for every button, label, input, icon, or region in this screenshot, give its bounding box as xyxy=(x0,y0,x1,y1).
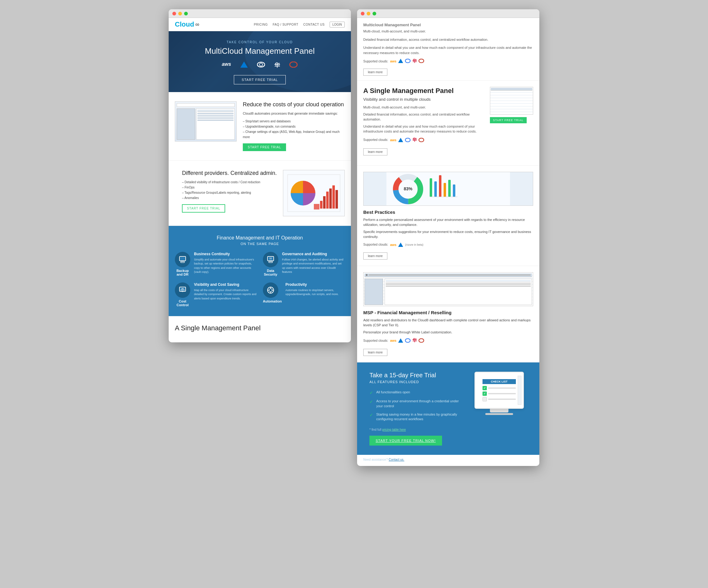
cloud-oracle-badge xyxy=(418,59,424,64)
reduce-screenshot xyxy=(175,101,237,142)
right-supported-clouds: Supported clouds: aws 华 xyxy=(363,58,533,64)
svg-point-28 xyxy=(269,289,272,292)
right-maximize-dot[interactable] xyxy=(373,12,376,16)
trial-note: * find full pricing table here xyxy=(370,428,462,431)
svg-rect-46 xyxy=(434,181,437,197)
governance-heading: Governance and Auditing xyxy=(282,252,345,256)
svg-rect-15 xyxy=(181,261,184,263)
single-panel-desc1: Multi-cloud, multi-account, and multi-us… xyxy=(363,105,484,110)
reduce-costs-section: Reduce the costs of your cloud operation… xyxy=(169,92,351,161)
oracle-logo xyxy=(289,61,298,69)
right-minimize-dot[interactable] xyxy=(367,12,371,16)
msp-oracle xyxy=(418,339,424,343)
monitor-screen: CHECK LIST ✓ ✓ xyxy=(474,372,524,409)
single-panel-clouds: Supported clouds: aws 华 xyxy=(363,137,484,143)
bottom-heading: A Single Management Panel xyxy=(175,324,345,332)
reduce-cta-button[interactable]: START FREE TRIAL xyxy=(243,143,286,151)
providers-bullet-4: Anomalies xyxy=(182,195,277,201)
msp-learn-more-button[interactable]: learn more xyxy=(363,349,387,356)
cost-label: CostControl xyxy=(175,299,190,307)
automation-icon xyxy=(263,283,278,298)
single-panel-screenshot: START FREE TRIAL xyxy=(490,87,533,123)
assistance-text: Need assistance? xyxy=(363,458,389,461)
trial-check-text-1: All functionalities open xyxy=(376,390,410,394)
reduce-heading: Reduce the costs of your cloud operation xyxy=(243,101,345,108)
nav-contact[interactable]: CONTACT US xyxy=(303,23,325,26)
right-top-section: Multicloud Management Panel Multi-cloud,… xyxy=(357,18,539,81)
close-dot[interactable] xyxy=(172,12,176,16)
best-practices-learn-more-button[interactable]: learn more xyxy=(363,253,387,260)
backup-description: Simplify and automate your cloud infrast… xyxy=(194,258,257,274)
hero-cta-button[interactable]: START FREE TRIAL xyxy=(234,75,286,84)
svg-text:83%: 83% xyxy=(404,186,413,191)
trial-check-3: ✓ Starting saving money in a few minutes… xyxy=(370,412,462,422)
msp-desc1: Add resellers and distributors to the Cl… xyxy=(363,318,533,328)
automation-label: Automation xyxy=(263,299,282,303)
msp-heading: MSP - Financial Management / Reselling xyxy=(363,310,533,315)
sp-oracle xyxy=(418,138,424,142)
sp-huawei: 华 xyxy=(412,137,417,143)
finance-section: Finance Management and IT Operation ON T… xyxy=(169,226,351,316)
automation-description: Automate routines to stop/start servers,… xyxy=(286,288,345,297)
aws-logo: aws xyxy=(222,61,231,69)
trial-note-link[interactable]: pricing table here xyxy=(382,428,406,431)
azure-logo xyxy=(240,61,248,69)
site-nav: Cloud ∞ PRICING FAQ / SUPPORT CONTACT US… xyxy=(169,18,351,31)
reduce-bullets: Stop/start servers and databases Upgrade… xyxy=(243,119,345,140)
msp-supported-label: Supported clouds: xyxy=(363,339,388,342)
bp-aws: aws xyxy=(390,243,396,246)
check-icon-2: ✓ xyxy=(370,399,373,404)
msp-desc2: Personalize your brand through White Lab… xyxy=(363,330,533,335)
providers-bullet-1: Detailed visibility of infrastructure co… xyxy=(182,179,277,185)
right-product-name: Multicloud Management Panel xyxy=(363,23,533,27)
right-close-dot[interactable] xyxy=(361,12,364,16)
login-button[interactable]: LOGIN xyxy=(330,22,345,28)
automation-text: Productivity Automate routines to stop/s… xyxy=(286,283,345,297)
cloud-gcp-badge xyxy=(405,59,411,64)
finance-subtitle: ON THE SAME PAGE xyxy=(175,242,345,246)
svg-rect-8 xyxy=(326,192,329,209)
best-practices-desc1: Perform a complete personalized assessme… xyxy=(363,217,533,228)
svg-rect-48 xyxy=(444,183,446,197)
svg-rect-11 xyxy=(335,190,338,209)
svg-rect-19 xyxy=(269,261,272,263)
providers-cta-button[interactable]: START FREE TRIAL xyxy=(182,204,225,213)
svg-marker-0 xyxy=(240,61,248,68)
svg-point-3 xyxy=(290,62,297,67)
single-panel-learn-more-button[interactable]: learn more xyxy=(363,148,387,155)
logo-infinity: ∞ xyxy=(195,21,199,28)
msp-aws: aws xyxy=(390,339,396,342)
maximize-dot[interactable] xyxy=(184,12,188,16)
backup-label: Backupand DR xyxy=(175,269,190,276)
backup-heading: Business Continuity xyxy=(194,252,257,256)
cloud-logo xyxy=(257,61,265,69)
logo-text: Cloud xyxy=(175,20,194,28)
svg-rect-45 xyxy=(430,178,432,197)
assistance-link[interactable]: Contact us. xyxy=(389,458,404,461)
feature-automation: Automation Productivity Automate routine… xyxy=(263,283,345,307)
single-panel-cta-button[interactable]: START FREE TRIAL xyxy=(490,117,527,123)
checklist-display: CHECK LIST ✓ ✓ xyxy=(480,377,518,404)
bullet-1: Stop/start servers and databases xyxy=(243,119,345,124)
providers-bullets: Detailed visibility of infrastructure co… xyxy=(182,179,277,201)
reduce-text: Reduce the costs of your cloud operation… xyxy=(243,101,345,151)
single-panel-heading: A Single Management Panel xyxy=(363,87,484,95)
svg-marker-36 xyxy=(398,138,403,142)
right-desc1: Detailed financial information, access c… xyxy=(363,37,533,42)
start-trial-button[interactable]: START YOUR FREE TRIAL NOW! xyxy=(370,436,442,446)
left-browser-window: Cloud ∞ PRICING FAQ / SUPPORT CONTACT US… xyxy=(169,9,351,342)
bp-azure-note: (Azure in beta) xyxy=(405,243,423,246)
nav-pricing[interactable]: PRICING xyxy=(254,23,268,26)
minimize-dot[interactable] xyxy=(178,12,182,16)
svg-point-54 xyxy=(405,339,410,342)
logo-area: Cloud ∞ xyxy=(175,20,199,28)
nav-faq[interactable]: FAQ / SUPPORT xyxy=(273,23,298,26)
svg-rect-50 xyxy=(453,184,455,197)
monitor-stand xyxy=(490,409,508,412)
msp-huawei: 华 xyxy=(412,338,417,343)
feature-cost: CostControl Visibility and Cost Saving M… xyxy=(175,283,257,307)
feature-governance: DataSecurity Governance and Auditing Fol… xyxy=(263,252,345,276)
supported-label: Supported clouds: xyxy=(363,60,388,63)
cost-icon xyxy=(175,283,190,298)
top-learn-more-button[interactable]: learn more xyxy=(363,68,387,76)
